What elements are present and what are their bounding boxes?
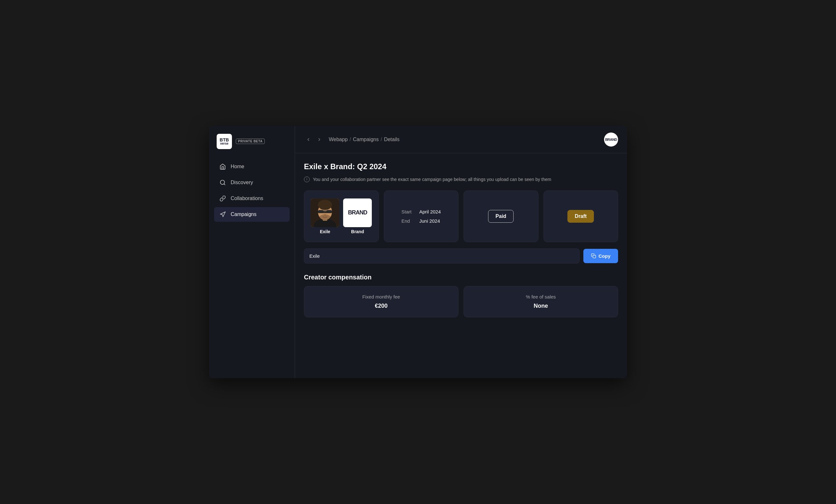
end-value: Juni 2024 (419, 218, 440, 224)
start-value: April 2024 (419, 209, 441, 214)
exile-profile: Exile (311, 198, 339, 234)
fixed-fee-value: €200 (375, 303, 387, 309)
nav-arrows (304, 135, 324, 144)
campaign-cards-row: Exile BRAND Brand Start (304, 191, 618, 242)
sales-fee-value: None (534, 303, 548, 309)
sidebar-item-home[interactable]: Home (214, 159, 290, 174)
fixed-fee-card: Fixed monthly fee €200 (304, 286, 458, 317)
copy-row: Copy (304, 249, 618, 264)
logo: BTB verse (217, 134, 232, 149)
breadcrumb-webapp[interactable]: Webapp (329, 137, 347, 142)
breadcrumb-details: Details (384, 137, 400, 142)
copy-button[interactable]: Copy (583, 249, 619, 263)
exile-photo (311, 198, 339, 227)
search-icon (219, 179, 226, 186)
profiles-card: Exile BRAND Brand (304, 191, 379, 242)
info-text: You and your collaboration partner see t… (313, 176, 551, 183)
sidebar-item-label-discovery: Discovery (231, 180, 253, 186)
exile-photo-inner (311, 198, 339, 227)
forward-button[interactable] (315, 135, 324, 144)
dates-card: Start April 2024 End Juni 2024 (384, 191, 459, 242)
sidebar-item-discovery[interactable]: Discovery (214, 175, 290, 190)
info-banner: i You and your collaboration partner see… (304, 176, 618, 183)
fixed-fee-label: Fixed monthly fee (362, 294, 400, 299)
copy-icon (591, 253, 596, 258)
svg-point-12 (319, 214, 331, 221)
draft-badge: Draft (567, 210, 594, 223)
dates-content: Start April 2024 End Juni 2024 (401, 209, 441, 224)
copy-input[interactable] (304, 249, 580, 264)
link-icon (219, 195, 226, 202)
draft-card: Draft (544, 191, 619, 242)
megaphone-icon (219, 211, 226, 218)
end-date-row: End Juni 2024 (401, 218, 441, 224)
brand-avatar: BRAND (604, 133, 618, 147)
sidebar: BTB verse PRIVATE BETA Home (209, 126, 295, 378)
breadcrumb-area: Webapp / Campaigns / Details (304, 135, 400, 144)
exile-name: Exile (320, 229, 330, 234)
profiles-row: Exile BRAND Brand (311, 198, 372, 234)
private-beta-badge: PRIVATE BETA (236, 139, 265, 144)
svg-rect-8 (318, 210, 324, 213)
app-window: BTB verse PRIVATE BETA Home (209, 126, 627, 378)
back-button[interactable] (304, 135, 313, 144)
compensation-cards: Fixed monthly fee €200 % fee of sales No… (304, 286, 618, 317)
sidebar-item-collaborations[interactable]: Collaborations (214, 191, 290, 206)
end-label: End (401, 218, 414, 224)
sidebar-item-label-collaborations: Collaborations (231, 196, 263, 201)
info-icon: i (304, 176, 310, 182)
home-icon (219, 163, 226, 170)
nav: Home Discovery Collabo (209, 159, 295, 222)
header: Webapp / Campaigns / Details BRAND (295, 126, 627, 153)
brand-name: Brand (351, 229, 364, 234)
breadcrumb-sep2: / (381, 137, 382, 142)
compensation-title: Creator compensation (304, 274, 618, 281)
content: Exile x Brand: Q2 2024 i You and your co… (295, 153, 627, 378)
sidebar-item-label-campaigns: Campaigns (231, 212, 256, 217)
logo-line2: verse (220, 142, 228, 145)
svg-line-1 (224, 183, 225, 185)
main-area: Webapp / Campaigns / Details BRAND Exile… (295, 126, 627, 378)
sales-fee-card: % fee of sales None (463, 286, 618, 317)
brand-logo: BRAND (343, 198, 372, 227)
svg-rect-13 (593, 255, 596, 258)
sidebar-item-campaigns[interactable]: Campaigns (214, 207, 290, 222)
profiles-content: Exile BRAND Brand (311, 198, 372, 234)
payment-card: Paid (463, 191, 538, 242)
sidebar-item-label-home: Home (231, 164, 244, 170)
start-label: Start (401, 209, 414, 214)
svg-point-6 (318, 200, 332, 210)
logo-line1: BTB (220, 138, 229, 142)
paid-badge: Paid (488, 210, 514, 223)
svg-rect-9 (326, 210, 332, 213)
brand-profile: BRAND Brand (343, 198, 372, 234)
start-date-row: Start April 2024 (401, 209, 441, 214)
page-title: Exile x Brand: Q2 2024 (304, 162, 618, 171)
logo-area: BTB verse PRIVATE BETA (209, 134, 295, 159)
svg-rect-10 (324, 211, 326, 212)
breadcrumb-sep1: / (349, 137, 351, 142)
breadcrumb: Webapp / Campaigns / Details (329, 137, 400, 142)
copy-button-label: Copy (598, 253, 611, 259)
breadcrumb-campaigns[interactable]: Campaigns (353, 137, 379, 142)
sales-fee-label: % fee of sales (526, 294, 556, 299)
